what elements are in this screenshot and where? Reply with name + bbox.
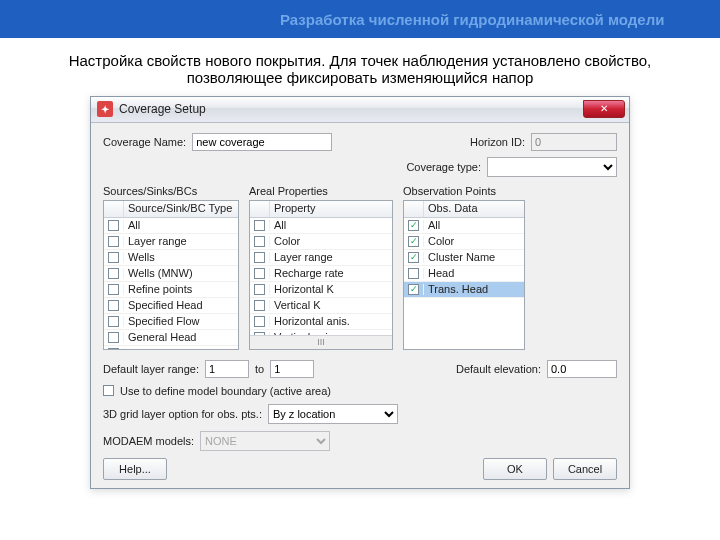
checkbox[interactable]	[254, 268, 265, 279]
coverage-type-label: Coverage type:	[406, 161, 481, 173]
app-icon: ✦	[97, 101, 113, 117]
group2-label: Areal Properties	[249, 185, 393, 197]
list2-header-label: Property	[270, 201, 392, 217]
list-item[interactable]: ✓Cluster Name	[404, 250, 524, 266]
page-description: Настройка свойств нового покрытия. Для т…	[0, 38, 720, 96]
default-elevation-label: Default elevation:	[456, 363, 541, 375]
checkbox[interactable]	[108, 220, 119, 231]
list-item[interactable]: Color	[250, 234, 392, 250]
titlebar[interactable]: ✦ Coverage Setup ✕	[91, 97, 629, 123]
obs-option-select[interactable]: By z location	[268, 404, 398, 424]
checkbox[interactable]	[108, 268, 119, 279]
checkbox[interactable]	[108, 332, 119, 343]
checkbox[interactable]: ✓	[408, 252, 419, 263]
checkbox[interactable]: ✓	[408, 220, 419, 231]
list-item[interactable]: Horizontal anis.	[250, 314, 392, 330]
list1-header-label: Source/Sink/BC Type	[124, 201, 238, 217]
modaem-select: NONE	[200, 431, 330, 451]
checkbox[interactable]	[254, 252, 265, 263]
boundary-checkbox[interactable]	[103, 385, 114, 396]
checkbox[interactable]	[108, 300, 119, 311]
list-item[interactable]: Specified Head	[104, 298, 238, 314]
list-item-label: Vertical K	[270, 299, 392, 311]
list-item[interactable]: Recharge rate	[250, 266, 392, 282]
coverage-type-row: Coverage type:	[103, 157, 617, 177]
checkbox[interactable]	[108, 316, 119, 327]
coverage-name-row: Coverage Name: Horizon ID:	[103, 133, 617, 151]
list-item[interactable]: ✓Color	[404, 234, 524, 250]
ok-button[interactable]: OK	[483, 458, 547, 480]
default-layer-to-label: to	[255, 363, 264, 375]
checkbox[interactable]: ✓	[408, 236, 419, 247]
checkbox[interactable]	[254, 220, 265, 231]
coverage-type-select[interactable]	[487, 157, 617, 177]
checkbox[interactable]	[108, 348, 119, 350]
boundary-row: Use to define model boundary (active are…	[103, 385, 617, 397]
dialog-body: Coverage Name: Horizon ID: Coverage type…	[91, 123, 629, 488]
list-item[interactable]: All	[104, 218, 238, 234]
scroll-thumb: III	[317, 337, 325, 347]
checkbox[interactable]: ✓	[408, 284, 419, 295]
checkbox[interactable]	[108, 252, 119, 263]
group3-label: Observation Points	[403, 185, 525, 197]
list-item[interactable]: Horizontal K	[250, 282, 392, 298]
list-item-label: Wells	[124, 251, 238, 263]
list-item[interactable]: Layer range	[250, 250, 392, 266]
list-item-label: Drain	[124, 347, 238, 350]
header-text: Разработка численной гидродинамической м…	[280, 11, 664, 28]
checkbox[interactable]	[254, 300, 265, 311]
list-item-label: Horizontal K	[270, 283, 392, 295]
checkbox[interactable]	[408, 268, 419, 279]
list-item[interactable]: Vertical K	[250, 298, 392, 314]
coverage-name-label: Coverage Name:	[103, 136, 186, 148]
checkbox[interactable]	[254, 284, 265, 295]
list-item[interactable]: ✓All	[404, 218, 524, 234]
list-item[interactable]: Wells	[104, 250, 238, 266]
default-layer-from-input[interactable]	[205, 360, 249, 378]
close-icon: ✕	[600, 103, 608, 114]
checkbox[interactable]	[108, 284, 119, 295]
checkbox[interactable]	[108, 236, 119, 247]
list-item[interactable]: Refine points	[104, 282, 238, 298]
list-item-label: All	[270, 219, 392, 231]
default-elevation-input[interactable]	[547, 360, 617, 378]
horizon-id-label: Horizon ID:	[470, 136, 525, 148]
list-item-label: Specified Head	[124, 299, 238, 311]
default-layer-to-input[interactable]	[270, 360, 314, 378]
description-text: Настройка свойств нового покрытия. Для т…	[69, 52, 652, 86]
areal-properties-group: Areal Properties Property AllColorLayer …	[249, 185, 393, 350]
obs-option-row: 3D grid layer option for obs. pts.: By z…	[103, 404, 617, 424]
sources-sinks-group: Sources/Sinks/BCs Source/Sink/BC Type Al…	[103, 185, 239, 350]
list2-header: Property	[250, 201, 392, 218]
horizon-id-input	[531, 133, 617, 151]
observation-points-group: Observation Points Obs. Data ✓All✓Color✓…	[403, 185, 525, 350]
list-item[interactable]: ✓Trans. Head	[404, 282, 524, 298]
modaem-label: MODAEM models:	[103, 435, 194, 447]
list-item[interactable]: Drain	[104, 346, 238, 350]
boundary-checkbox-label: Use to define model boundary (active are…	[120, 385, 331, 397]
list-item[interactable]: Specified Flow	[104, 314, 238, 330]
list-item[interactable]: Layer range	[104, 234, 238, 250]
default-layer-row: Default layer range: to Default elevatio…	[103, 360, 617, 378]
list-item-label: Head	[424, 267, 524, 279]
list-item-label: Cluster Name	[424, 251, 524, 263]
list-item[interactable]: Head	[404, 266, 524, 282]
observation-points-listbox[interactable]: Obs. Data ✓All✓Color✓Cluster NameHead✓Tr…	[403, 200, 525, 350]
list-item-label: All	[124, 219, 238, 231]
close-button[interactable]: ✕	[583, 100, 625, 118]
coverage-name-input[interactable]	[192, 133, 332, 151]
cancel-button[interactable]: Cancel	[553, 458, 617, 480]
sources-sinks-listbox[interactable]: Source/Sink/BC Type AllLayer rangeWellsW…	[103, 200, 239, 350]
help-button[interactable]: Help...	[103, 458, 167, 480]
list-item-label: All	[424, 219, 524, 231]
checkbox[interactable]	[254, 316, 265, 327]
list3-header-label: Obs. Data	[424, 201, 524, 217]
list-item-label: Specified Flow	[124, 315, 238, 327]
list-item[interactable]: Wells (MNW)	[104, 266, 238, 282]
list-item[interactable]: General Head	[104, 330, 238, 346]
list2-scrollbar[interactable]: III	[250, 335, 392, 349]
list-item-label: Horizontal anis.	[270, 315, 392, 327]
list-item[interactable]: All	[250, 218, 392, 234]
checkbox[interactable]	[254, 236, 265, 247]
areal-properties-listbox[interactable]: Property AllColorLayer rangeRecharge rat…	[249, 200, 393, 350]
